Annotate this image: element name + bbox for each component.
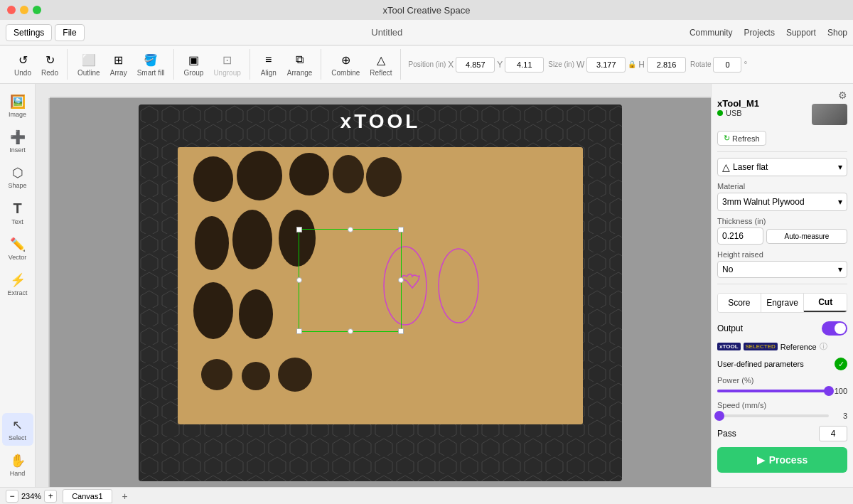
zoom-in-button[interactable]: + xyxy=(44,490,57,503)
insert-icon: ➕ xyxy=(10,129,26,145)
selection-box[interactable] xyxy=(299,229,402,332)
handle-top-left[interactable] xyxy=(296,227,302,232)
sidebar-item-select[interactable]: ↖ Select xyxy=(2,413,33,446)
nav-projects[interactable]: Projects xyxy=(744,28,775,38)
reflect-button[interactable]: △ Reflect xyxy=(365,49,396,80)
device-header: xTool_M1 USB ⚙ xyxy=(717,90,847,125)
refresh-button[interactable]: ↻ Refresh xyxy=(717,131,766,146)
combine-button[interactable]: ⊕ Combine xyxy=(327,49,364,80)
power-slider-thumb[interactable] xyxy=(824,386,834,396)
shape-icon: ⬡ xyxy=(12,165,23,181)
canvas-area[interactable]: xTOOL xyxy=(36,84,711,487)
minimize-button[interactable] xyxy=(20,6,28,14)
app-title: xTool Creative Space xyxy=(383,5,471,16)
tab-cut[interactable]: Cut xyxy=(804,294,847,312)
tab-engrave-label: Engrave xyxy=(766,298,798,308)
thickness-input[interactable] xyxy=(717,227,763,245)
close-button[interactable] xyxy=(7,6,16,14)
height-chevron-icon: ▾ xyxy=(838,264,842,274)
speed-slider[interactable] xyxy=(717,414,829,417)
maximize-button[interactable] xyxy=(33,6,41,14)
ruler-horizontal xyxy=(50,84,711,98)
laser-mode-select[interactable]: △ Laser flat ▾ xyxy=(717,158,847,176)
nav-shop[interactable]: Shop xyxy=(827,28,847,38)
sidebar-item-insert[interactable]: ➕ Insert xyxy=(2,125,33,158)
group-button[interactable]: ▣ Group xyxy=(180,49,208,80)
rotate-group: Rotate ° xyxy=(690,57,747,73)
sidebar-item-vector[interactable]: ✏️ Vector xyxy=(2,232,33,265)
settings-menu[interactable]: Settings xyxy=(6,24,52,41)
output-row: Output xyxy=(717,321,847,336)
power-section: Power (%) 100 xyxy=(717,376,847,395)
material-label: Material xyxy=(717,182,847,191)
outline-button[interactable]: ⬜ Outline xyxy=(73,49,104,80)
add-tab-button[interactable]: + xyxy=(118,488,132,504)
combine-label: Combine xyxy=(331,69,360,77)
process-button[interactable]: ▶ Process xyxy=(717,447,847,473)
power-slider[interactable] xyxy=(717,390,829,392)
align-button[interactable]: ≡ Align xyxy=(256,49,281,80)
handle-top-right[interactable] xyxy=(398,227,404,232)
handle-middle-left[interactable] xyxy=(296,277,302,283)
height-raised-label: Height raised xyxy=(717,250,847,259)
zoom-out-button[interactable]: − xyxy=(6,490,18,503)
undo-button[interactable]: ↺ Undo xyxy=(10,49,36,80)
handle-top-middle[interactable] xyxy=(348,227,353,232)
sidebar-item-shape[interactable]: ⬡ Shape xyxy=(2,161,33,193)
speed-slider-thumb[interactable] xyxy=(714,411,724,421)
rotate-input[interactable] xyxy=(713,57,741,73)
nav-support[interactable]: Support xyxy=(786,28,816,38)
canvas-content[interactable]: xTOOL xyxy=(50,98,711,487)
x-input[interactable] xyxy=(456,57,495,73)
handle-bottom-middle[interactable] xyxy=(348,328,353,334)
height-raised-select[interactable]: No ▾ xyxy=(717,261,847,278)
outline-label: Outline xyxy=(77,69,100,77)
position-group: Position (in) X Y xyxy=(408,57,544,73)
combine-icon: ⊕ xyxy=(338,52,353,68)
work-image: xTOOL xyxy=(139,104,622,481)
zoom-value: 234% xyxy=(21,492,41,500)
sidebar-item-extract[interactable]: ⚡ Extract xyxy=(2,268,33,301)
ungroup-button[interactable]: ⊡ Ungroup xyxy=(209,49,245,80)
speed-slider-row: 3 xyxy=(717,412,847,420)
tab-engrave[interactable]: Engrave xyxy=(761,294,805,312)
main-toolbar: ↺ Undo ↻ Redo ⬜ Outline ⊞ Array 🪣 Smart … xyxy=(0,45,853,84)
user-params-row: User-defined parameters ✓ xyxy=(717,358,847,370)
w-label: W xyxy=(576,60,584,70)
sidebar-item-text[interactable]: T Text xyxy=(2,196,33,230)
text-label: Text xyxy=(11,218,23,225)
image-icon: 🖼️ xyxy=(10,94,26,109)
device-name: xTool_M1 xyxy=(717,98,759,109)
smart-fill-button[interactable]: 🪣 Smart fill xyxy=(133,49,169,80)
pass-input[interactable] xyxy=(819,426,847,441)
sidebar-item-image[interactable]: 🖼️ Image xyxy=(2,90,33,122)
sidebar-item-hand[interactable]: ✋ Hand xyxy=(2,449,33,481)
canvas-tab[interactable]: Canvas1 xyxy=(63,489,112,503)
rotate-unit: ° xyxy=(744,60,747,70)
output-toggle[interactable] xyxy=(822,321,847,336)
material-select[interactable]: 3mm Walnut Plywood ▾ xyxy=(717,193,847,211)
handle-bottom-right[interactable] xyxy=(398,328,404,334)
material-value: 3mm Walnut Plywood xyxy=(722,197,805,207)
arrange-button[interactable]: ⧉ Arrange xyxy=(283,49,317,80)
nav-community[interactable]: Community xyxy=(690,28,733,38)
group-label: Group xyxy=(184,69,204,77)
svg-point-18 xyxy=(439,249,478,323)
h-input[interactable] xyxy=(647,57,686,73)
handle-bottom-left[interactable] xyxy=(296,328,302,334)
group-tools: ▣ Group ⊡ Ungroup xyxy=(176,49,250,80)
window-controls[interactable] xyxy=(7,6,41,14)
tab-score[interactable]: Score xyxy=(718,294,761,312)
file-menu[interactable]: File xyxy=(55,24,84,41)
y-input[interactable] xyxy=(505,57,544,73)
auto-measure-button[interactable]: Auto-measure xyxy=(766,229,847,244)
y-label: Y xyxy=(497,60,503,70)
handle-middle-right[interactable] xyxy=(398,277,404,283)
speed-label: Speed (mm/s) xyxy=(717,401,847,409)
array-button[interactable]: ⊞ Array xyxy=(106,49,132,80)
bottom-bar: − 234% + Canvas1 + xyxy=(0,487,853,504)
redo-button[interactable]: ↻ Redo xyxy=(37,49,63,80)
w-input[interactable] xyxy=(586,57,626,73)
settings-icon[interactable]: ⚙ xyxy=(838,90,847,101)
text-icon: T xyxy=(13,200,21,217)
